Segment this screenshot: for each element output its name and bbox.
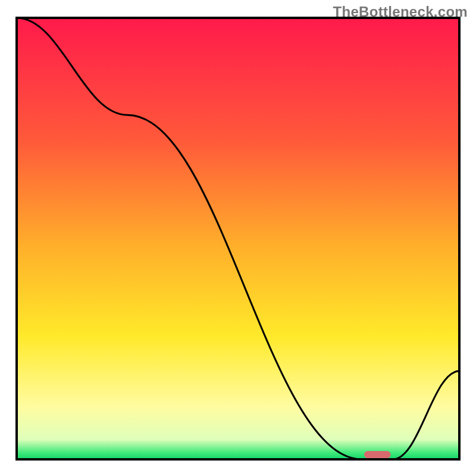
plot-area bbox=[17, 18, 459, 459]
bottleneck-chart: TheBottleneck.com bbox=[0, 0, 476, 476]
watermark-text: TheBottleneck.com bbox=[333, 4, 468, 20]
chart-svg bbox=[0, 0, 476, 476]
optimal-marker bbox=[364, 451, 391, 458]
gradient-background bbox=[17, 18, 459, 459]
